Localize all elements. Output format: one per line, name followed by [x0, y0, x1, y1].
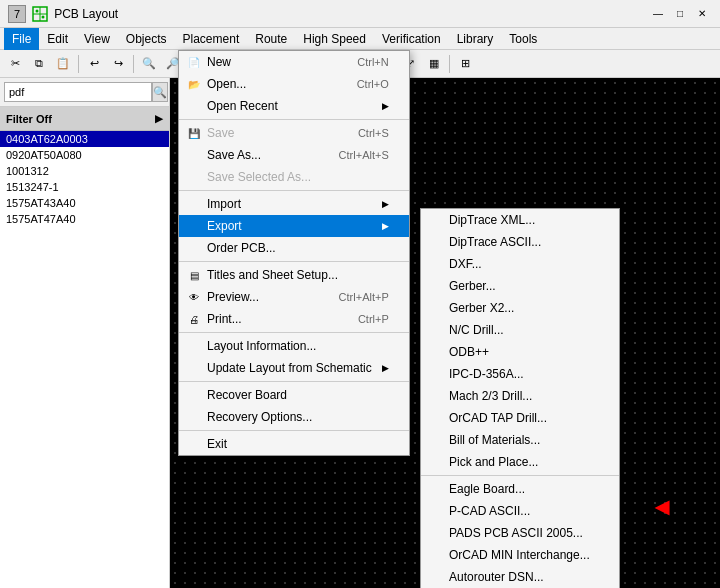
file-menu-sep-3 — [179, 261, 409, 262]
list-item[interactable]: 1001312 — [0, 163, 169, 179]
titles-icon: ▤ — [185, 270, 203, 281]
menu-export[interactable]: Export — [179, 215, 409, 237]
menu-library[interactable]: Library — [449, 28, 502, 50]
menu-layout-info[interactable]: Layout Information... — [179, 335, 409, 357]
open-icon: 📂 — [185, 79, 203, 90]
export-submenu-dropdown: DipTrace XML... DipTrace ASCII... DXF...… — [420, 208, 620, 588]
menu-bar: File Edit View Objects Placement Route H… — [0, 28, 720, 50]
toolbar-cut[interactable]: ✂ — [4, 53, 26, 75]
menu-titles[interactable]: ▤ Titles and Sheet Setup... — [179, 264, 409, 286]
file-menu-sep-2 — [179, 190, 409, 191]
toolbar-sep-4 — [449, 55, 450, 73]
menu-open[interactable]: 📂 Open... Ctrl+O — [179, 73, 409, 95]
filter-label: Filter Off — [6, 113, 52, 125]
window-number: 7 — [8, 5, 26, 23]
menu-save[interactable]: 💾 Save Ctrl+S — [179, 122, 409, 144]
toolbar-sep-1 — [78, 55, 79, 73]
toolbar-paste[interactable]: 📋 — [52, 53, 74, 75]
menu-edit[interactable]: Edit — [39, 28, 76, 50]
red-arrow-indicator: ◀ — [655, 496, 669, 518]
menu-tools[interactable]: Tools — [501, 28, 545, 50]
export-mach23[interactable]: Mach 2/3 Drill... — [421, 385, 619, 407]
save-icon: 💾 — [185, 128, 203, 139]
search-box: 🔍 — [0, 78, 169, 107]
menu-placement[interactable]: Placement — [175, 28, 248, 50]
file-menu-sep-5 — [179, 381, 409, 382]
export-gerber-x2[interactable]: Gerber X2... — [421, 297, 619, 319]
export-diptrace-xml[interactable]: DipTrace XML... — [421, 209, 619, 231]
export-pcad-ascii[interactable]: P-CAD ASCII... ◀ — [421, 500, 619, 522]
window-controls: — □ ✕ — [648, 4, 712, 24]
minimize-button[interactable]: — — [648, 4, 668, 24]
component-list: 0403AT62A0003 0920AT50A080 1001312 15132… — [0, 131, 169, 588]
menu-save-selected[interactable]: Save Selected As... — [179, 166, 409, 188]
window-title: PCB Layout — [54, 7, 648, 21]
export-diptrace-ascii[interactable]: DipTrace ASCII... — [421, 231, 619, 253]
svg-point-4 — [42, 15, 45, 18]
menu-new[interactable]: 📄 New Ctrl+N — [179, 51, 409, 73]
menu-recover-board[interactable]: Recover Board — [179, 384, 409, 406]
filter-arrow-icon: ▶ — [155, 113, 163, 124]
toolbar-grid[interactable]: ⊞ — [454, 53, 476, 75]
list-item[interactable]: 1575AT47A40 — [0, 211, 169, 227]
menu-import[interactable]: Import — [179, 193, 409, 215]
menu-route[interactable]: Route — [247, 28, 295, 50]
list-item[interactable]: 1575AT43A40 — [0, 195, 169, 211]
file-menu-sep-4 — [179, 332, 409, 333]
maximize-button[interactable]: □ — [670, 4, 690, 24]
list-item[interactable]: 1513247-1 — [0, 179, 169, 195]
print-icon: 🖨 — [185, 314, 203, 325]
export-gerber[interactable]: Gerber... — [421, 275, 619, 297]
menu-print[interactable]: 🖨 Print... Ctrl+P — [179, 308, 409, 330]
filter-bar: Filter Off ▶ — [0, 107, 169, 131]
export-ipc-d-356a[interactable]: IPC-D-356A... — [421, 363, 619, 385]
menu-preview[interactable]: 👁 Preview... Ctrl+Alt+P — [179, 286, 409, 308]
file-menu-dropdown: 📄 New Ctrl+N 📂 Open... Ctrl+O Open Recen… — [178, 50, 410, 456]
menu-save-as[interactable]: Save As... Ctrl+Alt+S — [179, 144, 409, 166]
export-orcad-tap[interactable]: OrCAD TAP Drill... — [421, 407, 619, 429]
menu-exit[interactable]: Exit — [179, 433, 409, 455]
menu-recovery-options[interactable]: Recovery Options... — [179, 406, 409, 428]
menu-objects[interactable]: Objects — [118, 28, 175, 50]
file-menu-sep-6 — [179, 430, 409, 431]
export-pads-pcb[interactable]: PADS PCB ASCII 2005... — [421, 522, 619, 544]
toolbar-zoom-out[interactable]: 🔍 — [138, 53, 160, 75]
export-odb[interactable]: ODB++ — [421, 341, 619, 363]
toolbar-sep-2 — [133, 55, 134, 73]
export-eagle-board[interactable]: Eagle Board... — [421, 478, 619, 500]
search-button[interactable]: 🔍 — [152, 82, 168, 102]
export-nc-drill[interactable]: N/C Drill... — [421, 319, 619, 341]
preview-icon: 👁 — [185, 292, 203, 303]
title-bar: 7 PCB Layout — □ ✕ — [0, 0, 720, 28]
menu-highspeed[interactable]: High Speed — [295, 28, 374, 50]
export-pick-place[interactable]: Pick and Place... — [421, 451, 619, 473]
left-panel: 🔍 Filter Off ▶ 0403AT62A0003 0920AT50A08… — [0, 78, 170, 588]
menu-order-pcb[interactable]: Order PCB... — [179, 237, 409, 259]
menu-verification[interactable]: Verification — [374, 28, 449, 50]
export-sep-1 — [421, 475, 619, 476]
toolbar-undo[interactable]: ↩ — [83, 53, 105, 75]
menu-view[interactable]: View — [76, 28, 118, 50]
list-item[interactable]: 0403AT62A0003 — [0, 131, 169, 147]
export-autorouter-dsn[interactable]: Autorouter DSN... — [421, 566, 619, 588]
export-dxf[interactable]: DXF... — [421, 253, 619, 275]
toolbar-copy[interactable]: ⧉ — [28, 53, 50, 75]
svg-point-3 — [36, 9, 39, 12]
new-icon: 📄 — [185, 57, 203, 68]
menu-open-recent[interactable]: Open Recent — [179, 95, 409, 117]
menu-update-layout[interactable]: Update Layout from Schematic — [179, 357, 409, 379]
export-orcad-min[interactable]: OrCAD MIN Interchange... — [421, 544, 619, 566]
list-item[interactable]: 0920AT50A080 — [0, 147, 169, 163]
menu-file[interactable]: File — [4, 28, 39, 50]
toolbar-redo[interactable]: ↪ — [107, 53, 129, 75]
close-button[interactable]: ✕ — [692, 4, 712, 24]
app-icon — [32, 6, 48, 22]
toolbar-plane[interactable]: ▦ — [423, 53, 445, 75]
file-menu-sep-1 — [179, 119, 409, 120]
search-input[interactable] — [4, 82, 152, 102]
export-bom[interactable]: Bill of Materials... — [421, 429, 619, 451]
